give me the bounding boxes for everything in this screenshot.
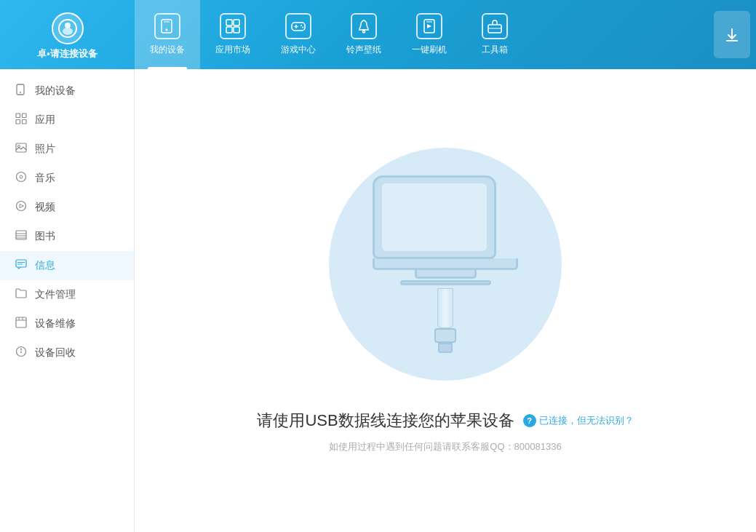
header: 卓•请连接设备 我的设备: [0, 0, 756, 69]
logo-icon: [52, 12, 84, 44]
hint-icon: ?: [523, 414, 536, 427]
device-illustration: [373, 175, 518, 353]
sidebar-item-books[interactable]: 图书: [0, 222, 134, 251]
svg-rect-9: [234, 27, 239, 33]
connect-section: 请使用USB数据线连接您的苹果设备 ? 已连接，但无法识别？ 如使用过程中遇到任…: [257, 410, 633, 453]
svg-point-1: [63, 28, 73, 35]
sidebar-item-device-recycle[interactable]: 设备回收: [0, 338, 134, 368]
svg-point-2: [65, 23, 71, 28]
device-illustration-circle: [329, 148, 562, 381]
svg-rect-10: [292, 23, 305, 31]
video-sidebar-icon: [15, 200, 28, 215]
connect-main-row: 请使用USB数据线连接您的苹果设备 ? 已连接，但无法识别？: [257, 410, 633, 432]
one-click-icon: [416, 13, 442, 39]
nav-game-center-label: 游戏中心: [281, 44, 316, 56]
connect-hint[interactable]: ? 已连接，但无法识别？: [523, 414, 634, 427]
svg-rect-28: [16, 143, 26, 152]
sidebar-label-my-device: 我的设备: [35, 84, 76, 98]
sidebar-label-books: 图书: [35, 230, 55, 243]
nav-ringtone-label: 铃声壁纸: [346, 44, 381, 56]
svg-rect-6: [226, 20, 232, 25]
hint-text: 已连接，但无法识别？: [539, 414, 634, 427]
nav-one-click-label: 一键刷机: [412, 44, 447, 56]
sidebar-label-apps: 应用: [35, 114, 55, 127]
svg-rect-26: [16, 120, 20, 124]
svg-point-4: [166, 29, 168, 31]
svg-point-13: [301, 25, 302, 26]
sidebar-item-file-mgmt[interactable]: 文件管理: [0, 280, 134, 309]
device-recycle-sidebar-icon: [15, 346, 28, 360]
photos-sidebar-icon: [15, 142, 28, 156]
books-sidebar-icon: [15, 229, 28, 244]
nav-one-click[interactable]: 一键刷机: [397, 0, 462, 69]
ringtone-icon: [351, 13, 377, 39]
sidebar-label-video: 视频: [35, 201, 55, 214]
music-sidebar-icon: [15, 171, 28, 186]
nav-my-device[interactable]: 我的设备: [135, 0, 200, 69]
apps-sidebar-icon: [15, 113, 28, 127]
svg-rect-8: [226, 27, 232, 33]
sidebar-label-device-repair: 设备维修: [35, 317, 76, 330]
connect-text: 请使用USB数据线连接您的苹果设备: [257, 410, 514, 432]
nav-toolbox[interactable]: 工具箱: [462, 0, 528, 69]
sidebar-label-file-mgmt: 文件管理: [35, 288, 76, 301]
svg-rect-25: [23, 114, 27, 118]
svg-rect-27: [23, 120, 27, 124]
sidebar-item-music[interactable]: 音乐: [0, 164, 134, 193]
messages-sidebar-icon: [15, 258, 28, 273]
main-content: 请使用USB数据线连接您的苹果设备 ? 已连接，但无法识别？ 如使用过程中遇到任…: [135, 69, 756, 532]
nav-app-market-label: 应用市场: [215, 44, 250, 56]
nav-items: 我的设备 应用市场: [135, 0, 708, 69]
svg-rect-7: [234, 20, 239, 25]
svg-point-23: [20, 92, 21, 93]
sidebar-item-photos[interactable]: 照片: [0, 135, 134, 164]
svg-rect-37: [16, 260, 26, 267]
sidebar-item-my-device[interactable]: 我的设备: [0, 76, 134, 106]
svg-point-45: [20, 352, 22, 353]
file-mgmt-sidebar-icon: [15, 287, 28, 302]
game-center-icon: [285, 13, 311, 39]
device-repair-sidebar-icon: [15, 317, 28, 331]
svg-rect-40: [16, 317, 26, 327]
my-device-icon: [154, 13, 180, 39]
app-market-icon: [220, 13, 246, 39]
my-device-sidebar-icon: [15, 84, 28, 98]
support-text: 如使用过程中遇到任何问题请联系客服QQ：800081336: [329, 440, 561, 453]
svg-point-30: [17, 172, 26, 182]
nav-toolbox-label: 工具箱: [482, 44, 508, 56]
sidebar-label-music: 音乐: [35, 172, 55, 185]
svg-point-16: [363, 31, 365, 33]
download-button[interactable]: [714, 11, 750, 58]
logo-text: 卓•请连接设备: [37, 47, 98, 60]
toolbox-icon: [482, 13, 508, 39]
sidebar-label-photos: 照片: [35, 143, 55, 156]
svg-point-14: [302, 27, 303, 28]
sidebar-item-device-repair[interactable]: 设备维修: [0, 309, 134, 338]
logo-area: 卓•请连接设备: [0, 0, 135, 69]
sidebar-label-device-recycle: 设备回收: [35, 346, 76, 360]
sidebar-item-messages[interactable]: 信息: [0, 251, 134, 280]
sidebar-item-video[interactable]: 视频: [0, 193, 134, 222]
sidebar-item-apps[interactable]: 应用: [0, 106, 134, 135]
svg-point-31: [20, 175, 23, 178]
svg-rect-24: [16, 114, 20, 118]
nav-game-center[interactable]: 游戏中心: [266, 0, 331, 69]
nav-ringtone[interactable]: 铃声壁纸: [331, 0, 397, 69]
sidebar-label-messages: 信息: [35, 259, 55, 272]
sidebar: 我的设备 应用 照片 音乐: [0, 69, 135, 532]
nav-my-device-label: 我的设备: [150, 44, 185, 56]
nav-app-market[interactable]: 应用市场: [200, 0, 266, 69]
